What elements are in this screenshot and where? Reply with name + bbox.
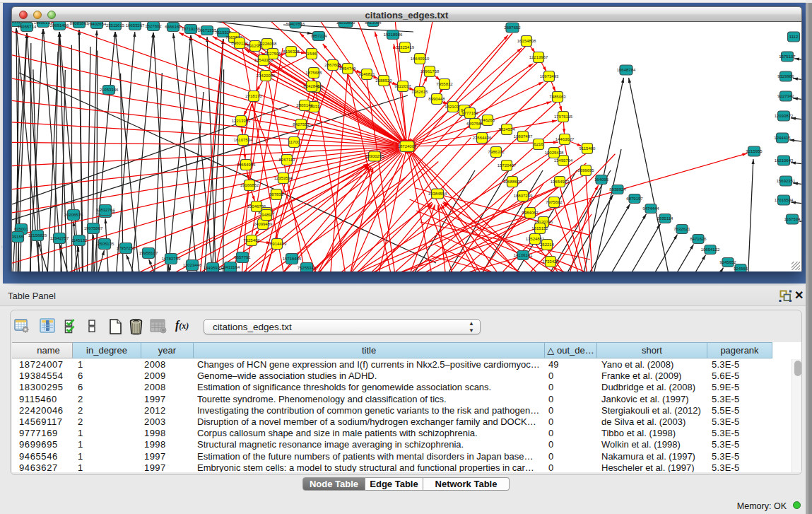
svg-text:9146821: 9146821 <box>358 72 375 76</box>
svg-text:14136141: 14136141 <box>514 253 533 257</box>
svg-text:18495931: 18495931 <box>204 266 223 270</box>
svg-text:15716485: 15716485 <box>283 257 302 261</box>
svg-text:10973493: 10973493 <box>540 74 559 78</box>
svg-text:24099489: 24099489 <box>254 222 273 226</box>
svg-text:89083863: 89083863 <box>70 22 89 25</box>
svg-text:16210643: 16210643 <box>775 158 794 163</box>
svg-text:2935114: 2935114 <box>657 216 674 221</box>
svg-text:19654985: 19654985 <box>237 163 256 167</box>
svg-text:19958107: 19958107 <box>139 251 158 255</box>
svg-text:9384067: 9384067 <box>522 211 539 215</box>
svg-text:1244415: 1244415 <box>774 136 791 140</box>
svg-text:16914479: 16914479 <box>268 242 287 246</box>
svg-text:18300295: 18300295 <box>365 154 384 158</box>
svg-text:6216: 6216 <box>534 142 543 146</box>
svg-text:887835: 887835 <box>269 192 284 197</box>
svg-text:17957255: 17957255 <box>117 246 136 250</box>
svg-text:1145137: 1145137 <box>71 238 88 243</box>
svg-text:11325419: 11325419 <box>396 45 415 49</box>
svg-text:92832764: 92832764 <box>96 208 115 212</box>
svg-text:23511615: 23511615 <box>106 23 125 28</box>
svg-text:79402654: 79402654 <box>88 22 107 26</box>
svg-text:15720407: 15720407 <box>498 163 517 168</box>
svg-text:1575107: 1575107 <box>779 54 796 59</box>
svg-text:19384554: 19384554 <box>428 192 447 196</box>
svg-text:03413164: 03413164 <box>221 265 240 269</box>
svg-text:23420046: 23420046 <box>257 74 276 78</box>
svg-text:9489: 9489 <box>261 213 271 217</box>
svg-text:8813054: 8813054 <box>365 22 382 25</box>
svg-text:164095: 164095 <box>594 177 609 182</box>
svg-text:6466160: 6466160 <box>165 25 182 29</box>
svg-text:18724007: 18724007 <box>398 144 417 148</box>
svg-text:9245652: 9245652 <box>719 260 736 264</box>
svg-text:1875685: 1875685 <box>305 71 322 75</box>
svg-text:14055714: 14055714 <box>18 25 37 29</box>
svg-text:12213383: 12213383 <box>232 119 251 123</box>
svg-text:12353594: 12353594 <box>274 176 293 180</box>
svg-text:8196328: 8196328 <box>283 49 300 54</box>
svg-text:835001: 835001 <box>14 227 29 231</box>
svg-text:7986372: 7986372 <box>488 150 505 154</box>
svg-text:12942757: 12942757 <box>50 236 69 240</box>
svg-text:20691406: 20691406 <box>50 23 69 28</box>
svg-text:15692351: 15692351 <box>777 179 796 183</box>
svg-text:16640910: 16640910 <box>411 57 430 61</box>
svg-text:19654923: 19654923 <box>551 180 570 184</box>
svg-text:9115460: 9115460 <box>579 146 596 151</box>
svg-text:10543362: 10543362 <box>254 58 273 62</box>
svg-text:12023446: 12023446 <box>183 263 202 267</box>
svg-text:1615152: 1615152 <box>531 226 548 230</box>
svg-text:16648784: 16648784 <box>617 68 636 72</box>
svg-text:10654122: 10654122 <box>701 247 720 252</box>
svg-text:252214: 252214 <box>540 243 555 247</box>
svg-text:19166852: 19166852 <box>240 183 259 187</box>
svg-text:1733426: 1733426 <box>542 259 559 264</box>
svg-text:1362615: 1362615 <box>411 90 428 94</box>
svg-text:16107534: 16107534 <box>234 138 253 142</box>
svg-text:10653267: 10653267 <box>126 23 145 28</box>
svg-text:8427552: 8427552 <box>293 122 310 127</box>
svg-text:9227342: 9227342 <box>777 94 794 98</box>
svg-text:2803144: 2803144 <box>296 103 313 107</box>
svg-text:75255341: 75255341 <box>298 266 317 270</box>
svg-text:18807249: 18807249 <box>514 194 533 198</box>
svg-text:12505135: 12505135 <box>95 242 114 246</box>
svg-text:6879197: 6879197 <box>626 197 643 201</box>
svg-text:7857224: 7857224 <box>310 34 327 38</box>
svg-text:3215955: 3215955 <box>746 149 763 153</box>
svg-text:10807487: 10807487 <box>514 134 533 139</box>
svg-text:10688609: 10688609 <box>503 180 522 184</box>
svg-text:20206576: 20206576 <box>64 213 83 217</box>
svg-text:8471626: 8471626 <box>690 237 707 241</box>
svg-text:1112: 1112 <box>789 35 799 39</box>
svg-text:16961758: 16961758 <box>420 69 440 74</box>
svg-text:0699695: 0699695 <box>577 168 594 173</box>
svg-text:1546: 1546 <box>307 52 317 56</box>
svg-text:19975867: 19975867 <box>84 226 103 230</box>
svg-text:1527602: 1527602 <box>145 24 162 28</box>
svg-text:7625402: 7625402 <box>243 238 260 243</box>
svg-text:59407816: 59407816 <box>286 22 305 26</box>
svg-text:2687652: 2687652 <box>504 25 521 30</box>
svg-text:17975115: 17975115 <box>554 115 573 119</box>
svg-text:12093872: 12093872 <box>775 114 794 118</box>
svg-text:16671355: 16671355 <box>198 28 217 33</box>
svg-text:16154808: 16154808 <box>517 39 536 43</box>
svg-text:9322037: 9322037 <box>394 84 411 88</box>
svg-text:1167534: 1167534 <box>784 217 801 221</box>
svg-text:746266: 746266 <box>481 118 495 122</box>
svg-text:13226058: 13226058 <box>258 42 277 46</box>
svg-text:7632621: 7632621 <box>673 227 690 231</box>
svg-text:7955812: 7955812 <box>436 82 453 86</box>
svg-text:19218986: 19218986 <box>384 33 403 37</box>
svg-text:8990448: 8990448 <box>428 97 445 101</box>
svg-text:9657791: 9657791 <box>234 255 251 259</box>
svg-text:12213967: 12213967 <box>529 55 548 59</box>
svg-text:14463627: 14463627 <box>555 137 575 141</box>
svg-text:924565: 924565 <box>734 267 748 271</box>
svg-text:2718170: 2718170 <box>245 94 262 98</box>
svg-text:7975692: 7975692 <box>546 200 563 204</box>
svg-text:12156829: 12156829 <box>28 233 47 238</box>
svg-text:3824554: 3824554 <box>498 127 515 132</box>
